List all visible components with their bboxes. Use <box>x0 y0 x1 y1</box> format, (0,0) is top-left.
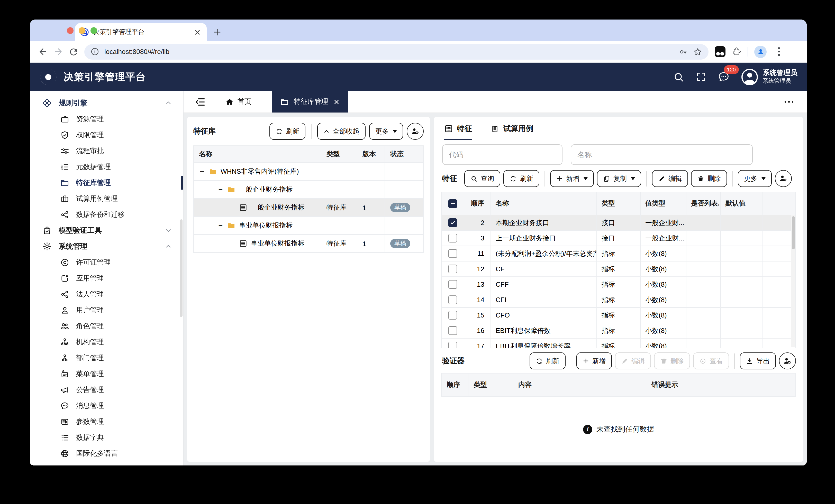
feature-row[interactable]: 2 本期企业财务接口 接口 一般企业财... <box>442 215 795 231</box>
row-checkbox[interactable] <box>448 311 457 319</box>
tree-row[interactable]: − WHNS非零售内评(特征库) <box>194 163 423 181</box>
tab-options-icon[interactable] <box>781 98 796 106</box>
zoom-window-button[interactable] <box>90 27 97 34</box>
row-checkbox[interactable] <box>448 342 457 348</box>
edit-button-disabled[interactable]: 编辑 <box>615 353 651 370</box>
sidebar-item-workflow-approval[interactable]: 流程审批 <box>30 143 183 159</box>
sidebar-item-permission-mgmt[interactable]: 权限管理 <box>30 127 183 143</box>
column-settings-button[interactable] <box>407 123 424 140</box>
bookmark-star-icon[interactable] <box>693 47 702 56</box>
export-button[interactable]: 导出 <box>740 353 776 370</box>
sidebar-item-feature-lib-mgmt[interactable]: 特征库管理 <box>30 175 183 191</box>
password-key-icon[interactable] <box>679 47 688 56</box>
sidebar-item-user-mgmt[interactable]: 用户管理 <box>30 302 183 318</box>
row-checkbox[interactable] <box>448 295 457 304</box>
name-filter-input[interactable] <box>571 144 753 165</box>
sidebar-item-data-dictionary[interactable]: 数据字典 <box>30 429 183 445</box>
extension-icon[interactable] <box>715 46 726 57</box>
address-bar[interactable]: localhost:8080/#/re/lib <box>84 44 709 59</box>
site-info-icon[interactable] <box>90 47 99 56</box>
sidebar-item-org-mgmt[interactable]: 机构管理 <box>30 334 183 350</box>
feature-row[interactable]: 12 CF 指标 小数(8) <box>442 261 795 277</box>
add-button[interactable]: 新增 <box>576 353 612 370</box>
refresh-button[interactable]: 刷新 <box>269 123 305 140</box>
close-window-button[interactable] <box>67 27 74 34</box>
breadcrumb-home[interactable]: 首页 <box>225 97 251 106</box>
back-button[interactable] <box>35 44 50 59</box>
row-checkbox[interactable] <box>448 249 457 258</box>
feature-row[interactable]: 16 EBIT利息保障倍数 指标 小数(8) <box>442 323 795 339</box>
tab-features[interactable]: 特征 <box>444 117 472 140</box>
minimize-window-button[interactable] <box>79 27 85 34</box>
view-button-disabled[interactable]: 查看 <box>693 353 729 370</box>
table-scrollbar[interactable] <box>791 215 795 347</box>
select-all-checkbox[interactable] <box>448 199 457 208</box>
search-icon[interactable] <box>673 71 684 82</box>
sidebar-item-resource-mgmt[interactable]: 资源管理 <box>30 111 183 127</box>
sidebar-item-data-backup[interactable]: 数据备份和迁移 <box>30 207 183 223</box>
row-checkbox[interactable] <box>448 265 457 273</box>
delete-button-disabled[interactable]: 删除 <box>654 353 690 370</box>
sidebar-item-license-mgmt[interactable]: 许可证管理 <box>30 254 183 270</box>
collapse-node-icon[interactable]: − <box>218 186 224 194</box>
add-button[interactable]: 新增 <box>550 170 594 187</box>
collapse-sidebar-icon[interactable] <box>195 96 206 107</box>
feature-row[interactable]: 15 CFO 指标 小数(8) <box>442 308 795 323</box>
sidebar-item-role-mgmt[interactable]: 角色管理 <box>30 318 183 334</box>
tree-row-selected[interactable]: 一般企业财务指标 特征库 1 草稿 <box>194 199 423 217</box>
collapse-node-icon[interactable]: − <box>199 167 205 176</box>
edit-button[interactable]: 编辑 <box>652 170 688 187</box>
tree-row[interactable]: − 事业单位财报指标 <box>194 217 423 235</box>
user-menu[interactable]: 系统管理员 系统管理员 <box>741 68 797 86</box>
fullscreen-icon[interactable] <box>695 71 706 82</box>
column-settings-button[interactable] <box>779 353 796 370</box>
close-tab-icon[interactable] <box>333 98 340 105</box>
row-checkbox[interactable] <box>448 326 457 335</box>
delete-button[interactable]: 删除 <box>691 170 727 187</box>
collapse-node-icon[interactable]: − <box>218 222 224 230</box>
row-checkbox[interactable] <box>448 280 457 289</box>
query-button[interactable]: 查询 <box>464 170 500 187</box>
tab-close-icon[interactable] <box>193 28 202 36</box>
extensions-puzzle-icon[interactable] <box>732 47 741 57</box>
sidebar-item-parameter-mgmt[interactable]: 参数管理 <box>30 414 183 429</box>
sidebar-item-legal-entity-mgmt[interactable]: 法人管理 <box>30 286 183 302</box>
browser-profile-avatar[interactable] <box>754 45 767 58</box>
tree-row[interactable]: − 一般企业财务指标 <box>194 181 423 199</box>
refresh-button[interactable]: 刷新 <box>503 170 539 187</box>
sidebar-item-menu-mgmt[interactable]: 菜单管理 <box>30 366 183 382</box>
row-checkbox[interactable] <box>448 234 457 243</box>
sidebar-item-trial-case-mgmt[interactable]: 试算用例管理 <box>30 191 183 207</box>
feature-row[interactable]: 13 CFF 指标 小数(8) <box>442 277 795 292</box>
sidebar-item-i18n[interactable]: 国际化多语言 <box>30 445 183 461</box>
collapse-all-button[interactable]: 全部收起 <box>317 123 366 140</box>
refresh-button[interactable]: 刷新 <box>530 353 566 370</box>
sidebar-group-model-validation[interactable]: 模型验证工具 <box>30 223 183 238</box>
chrome-menu-icon[interactable] <box>775 47 783 56</box>
copy-button[interactable]: 复制 <box>597 170 641 187</box>
tab-feature-lib-mgmt[interactable]: 特征库管理 <box>272 91 348 112</box>
tree-row[interactable]: 事业单位财报指标 特征库 1 草稿 <box>194 235 423 252</box>
column-settings-button[interactable] <box>775 170 792 187</box>
feature-row[interactable]: 11 (未分配利润+盈余公积)/年末总资产 指标 小数(8) <box>442 246 795 261</box>
new-tab-button[interactable] <box>210 25 224 39</box>
sidebar-item-app-mgmt[interactable]: 应用管理 <box>30 270 183 286</box>
more-button[interactable]: 更多 <box>738 170 772 187</box>
forward-button[interactable] <box>50 44 66 59</box>
sidebar-scrollbar[interactable] <box>180 219 183 317</box>
sidebar-item-announcement-mgmt[interactable]: 公告管理 <box>30 382 183 398</box>
feature-row[interactable]: 3 上一期企业财务接口 接口 一般企业财... <box>442 231 795 246</box>
row-checkbox[interactable] <box>448 218 457 227</box>
sidebar-group-rule-engine[interactable]: 规则引擎 <box>30 95 183 111</box>
sidebar-item-message-mgmt[interactable]: 消息管理 <box>30 398 183 414</box>
more-button[interactable]: 更多 <box>369 123 403 140</box>
sidebar-group-system-mgmt[interactable]: 系统管理 <box>30 238 183 254</box>
feature-row[interactable]: 14 CFI 指标 小数(8) <box>442 292 795 308</box>
messages-icon[interactable]: 120 <box>717 71 729 83</box>
feature-row[interactable]: 17 EBIT利息保障倍数增长率 指标 小数(8) <box>442 339 795 348</box>
tab-trial-cases[interactable]: 试算用例 <box>490 117 533 140</box>
reload-button[interactable] <box>66 44 81 59</box>
sidebar-item-metadata-mgmt[interactable]: 123 元数据管理 <box>30 159 183 175</box>
sidebar-item-dept-mgmt[interactable]: 部门管理 <box>30 350 183 366</box>
code-filter-input[interactable] <box>442 144 563 165</box>
